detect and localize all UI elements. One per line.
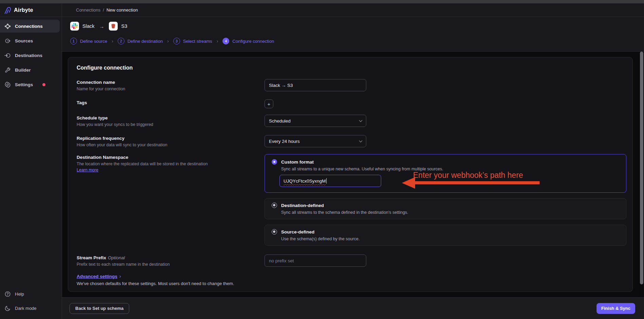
destination-name: S3 [121, 23, 127, 29]
namespace-custom-format-value: UJQYcFtcx0SyxngM [284, 179, 326, 184]
sidebar-item-sources[interactable]: Sources [0, 34, 60, 47]
settings-notification-dot [42, 83, 45, 86]
slack-icon [70, 22, 79, 31]
annotation-arrow-bar [414, 181, 540, 184]
tags-row: Tags + [77, 99, 626, 108]
wizard-footer: Back to Set up schema Finish & Sync [62, 297, 644, 319]
namespace-option-custom-format[interactable]: Custom format Sync all streams to a uniq… [265, 154, 626, 193]
tags-label: Tags [77, 100, 265, 105]
schedule-type-row: Schedule type How you want your syncs to… [77, 115, 626, 127]
source-name: Slack [82, 23, 94, 29]
destination-namespace-label: Destination Namespace [77, 155, 265, 160]
step-configure-connection[interactable]: 4 Configure connection [222, 38, 274, 44]
scrollbar-thumb[interactable] [640, 52, 643, 284]
breadcrumb-separator: / [103, 7, 104, 13]
annotation-arrow-head [402, 177, 415, 189]
connection-header: Slack → S3 1 Define source › [62, 17, 644, 52]
step-number: 1 [70, 38, 77, 44]
main-area: Connections / New connection Slack → [62, 3, 644, 319]
connector-pair: Slack → S3 [70, 22, 644, 31]
schedule-type-value: Scheduled [269, 118, 291, 124]
window-chrome-strip [0, 0, 644, 3]
moon-icon [4, 305, 11, 312]
step-label: Select streams [183, 39, 212, 44]
replication-frequency-row: Replication frequency How often your dat… [77, 135, 626, 147]
stream-prefix-input[interactable] [265, 255, 366, 267]
schedule-type-select[interactable]: Scheduled [265, 115, 366, 127]
brand-name: Airbyte [14, 7, 33, 13]
sidebar-item-label: Settings [15, 82, 33, 87]
advanced-settings-link[interactable]: Advanced settings [77, 274, 117, 279]
radio-unchecked-icon[interactable] [272, 229, 277, 234]
connection-name-description: Name for your connection [77, 87, 265, 91]
sidebar-item-label: Connections [15, 24, 43, 29]
connection-name-input[interactable] [265, 79, 366, 91]
add-tag-button[interactable]: + [265, 99, 273, 108]
sidebar-footer: Help Dark mode [0, 288, 62, 319]
page-content: Configure connection Connection name Nam… [62, 52, 644, 297]
learn-more-link[interactable]: Learn more [77, 168, 98, 172]
destination-namespace-row: Destination Namespace The location where… [77, 154, 626, 246]
connections-icon [4, 23, 11, 30]
radio-unchecked-icon[interactable] [272, 203, 277, 208]
namespace-custom-format-input[interactable]: UJQYcFtcx0SyxngM [279, 175, 381, 187]
replication-frequency-description: How often your data will sync to your de… [77, 143, 265, 147]
step-select-streams[interactable]: 3 Select streams [173, 38, 212, 44]
sources-icon [4, 38, 11, 44]
stream-prefix-description: Prefix text to each stream name in the d… [77, 262, 265, 267]
destination-namespace-description: The location where the replicated data w… [77, 162, 265, 166]
chevron-down-icon [359, 118, 363, 122]
namespace-option-description: Sync all streams to the schema defined i… [281, 210, 626, 215]
chevron-right-icon: › [217, 38, 218, 44]
sidebar-item-builder[interactable]: Builder [0, 63, 60, 76]
namespace-option-destination-defined[interactable]: Destination-defined Sync all streams to … [265, 198, 626, 219]
sidebar-item-label: Destinations [15, 53, 42, 58]
advanced-settings-block: Advanced settings › We've chosen default… [77, 274, 626, 286]
breadcrumb-current-page: New connection [106, 7, 138, 13]
step-number: 2 [118, 38, 124, 44]
page-title: Configure connection [77, 65, 626, 71]
breadcrumb-connections-link[interactable]: Connections [76, 7, 100, 13]
scrollbar-track[interactable] [639, 52, 644, 297]
back-button[interactable]: Back to Set up schema [70, 303, 129, 314]
chevron-right-icon: › [167, 38, 169, 44]
chevron-right-icon: › [119, 274, 121, 279]
arrow-right-icon: → [99, 23, 104, 29]
stream-prefix-label: Stream Prefix [77, 255, 106, 260]
builder-icon [4, 67, 11, 73]
sidebar-item-label: Help [15, 292, 24, 297]
chevron-down-icon [359, 139, 363, 142]
step-define-destination[interactable]: 2 Define destination [118, 38, 163, 44]
connection-name-row: Connection name Name for your connection [77, 79, 626, 91]
step-label: Define destination [128, 39, 163, 44]
finish-and-sync-button[interactable]: Finish & Sync [597, 303, 635, 314]
sidebar-item-label: Sources [15, 38, 33, 43]
step-define-source[interactable]: 1 Define source [70, 38, 107, 44]
namespace-option-title: Custom format [281, 160, 314, 165]
step-number: 4 [222, 38, 229, 44]
s3-icon [109, 22, 118, 31]
schedule-type-description: How you want your syncs to be triggered [77, 122, 265, 127]
radio-checked-icon[interactable] [272, 159, 277, 165]
replication-frequency-select[interactable]: Every 24 hours [265, 135, 366, 147]
step-number: 3 [173, 38, 180, 44]
sidebar-item-destinations[interactable]: Destinations [0, 49, 60, 62]
namespace-option-title: Source-defined [281, 229, 314, 234]
schedule-type-label: Schedule type [77, 115, 265, 120]
help-icon [4, 291, 11, 297]
step-label: Configure connection [232, 39, 274, 44]
sidebar-item-connections[interactable]: Connections [0, 20, 60, 33]
sidebar-item-label: Builder [15, 68, 31, 73]
advanced-settings-description: We've chosen defaults for these settings… [77, 281, 626, 286]
airbyte-logo-icon [3, 6, 12, 15]
configure-connection-card: Configure connection Connection name Nam… [68, 57, 633, 292]
replication-frequency-value: Every 24 hours [269, 139, 300, 144]
sidebar-item-dark-mode[interactable]: Dark mode [0, 302, 60, 314]
airbyte-home-link[interactable]: Airbyte [0, 3, 62, 17]
sidebar-item-help[interactable]: Help [0, 288, 60, 300]
sidebar: Airbyte Connections Sources Desti [0, 3, 62, 319]
sidebar-item-label: Dark mode [15, 306, 37, 311]
sidebar-item-settings[interactable]: Settings [0, 78, 60, 91]
namespace-option-source-defined[interactable]: Source-defined Use the schema(s) defined… [265, 225, 626, 246]
namespace-option-title: Destination-defined [281, 203, 324, 208]
